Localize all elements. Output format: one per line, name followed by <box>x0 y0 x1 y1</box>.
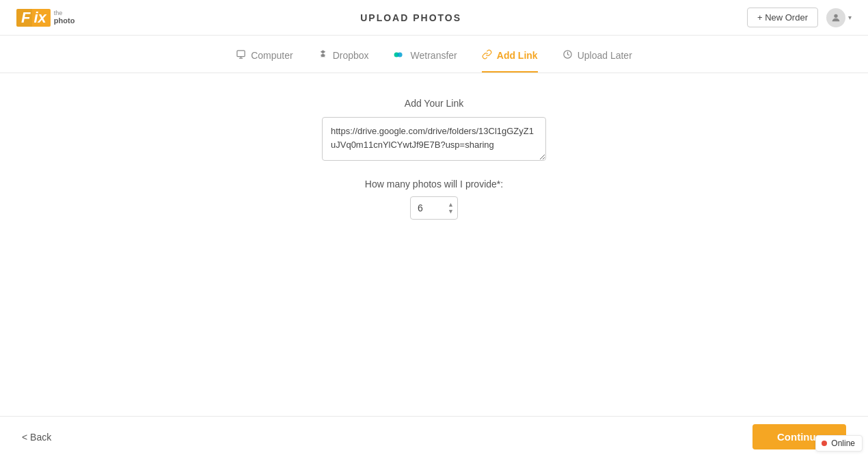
chevron-down-icon: ▾ <box>848 14 852 21</box>
logo-label: the photo <box>54 10 75 26</box>
svg-rect-1 <box>237 51 245 57</box>
add-link-icon <box>482 49 492 62</box>
photo-count-label: How many photos will I provide*: <box>365 179 503 190</box>
new-order-button[interactable]: + New Order <box>747 8 818 27</box>
header-actions: + New Order ▾ <box>747 8 852 27</box>
page-title: UPLOAD PHOTOS <box>360 12 461 23</box>
header: F ix the photo UPLOAD PHOTOS + New Order… <box>0 0 868 36</box>
tab-dropbox[interactable]: Dropbox <box>318 49 369 73</box>
spinner-down-button[interactable]: ▼ <box>446 209 455 215</box>
upload-later-icon <box>562 49 573 62</box>
tab-upload-later[interactable]: Upload Later <box>562 49 632 73</box>
logo-photo-text: photo <box>54 16 75 25</box>
add-link-section-label: Add Your Link <box>405 98 463 109</box>
upload-method-tabs: Computer Dropbox Wetransfer Add Link Upl… <box>0 36 868 73</box>
tab-add-link-label: Add Link <box>497 50 538 61</box>
tab-upload-later-label: Upload Later <box>578 50 632 61</box>
logo: F ix the photo <box>16 9 74 27</box>
photo-count-input-wrap: ▲ ▼ <box>410 196 458 220</box>
svg-point-3 <box>397 52 402 57</box>
dropbox-icon <box>318 49 328 62</box>
svg-point-0 <box>834 14 837 17</box>
logo-f-letter: F <box>16 9 32 27</box>
tab-dropbox-label: Dropbox <box>333 50 369 61</box>
photo-count-section: How many photos will I provide*: ▲ ▼ <box>365 179 503 220</box>
online-badge-label: Online <box>831 439 855 448</box>
tab-wetransfer-label: Wetransfer <box>411 50 457 61</box>
online-dot-indicator <box>822 441 827 446</box>
computer-icon <box>236 49 246 62</box>
logo-the-text: the <box>54 10 75 17</box>
main-content: Add Your Link https://drive.google.com/d… <box>0 73 868 220</box>
online-badge: Online <box>815 435 863 452</box>
logo-ix-letters: ix <box>32 9 50 27</box>
tab-add-link[interactable]: Add Link <box>482 49 538 73</box>
tab-wetransfer[interactable]: Wetransfer <box>394 50 457 73</box>
user-menu[interactable]: ▾ <box>826 8 852 27</box>
user-avatar <box>826 8 845 27</box>
link-input[interactable]: https://drive.google.com/drive/folders/1… <box>322 117 546 161</box>
footer: < Back Continue <box>0 416 868 457</box>
spinner-up-button[interactable]: ▲ <box>446 202 455 208</box>
tab-computer-label: Computer <box>251 50 293 61</box>
spinner-buttons: ▲ ▼ <box>446 202 455 215</box>
tab-computer[interactable]: Computer <box>236 49 293 73</box>
back-button[interactable]: < Back <box>22 432 51 443</box>
wetransfer-icon <box>394 50 406 62</box>
